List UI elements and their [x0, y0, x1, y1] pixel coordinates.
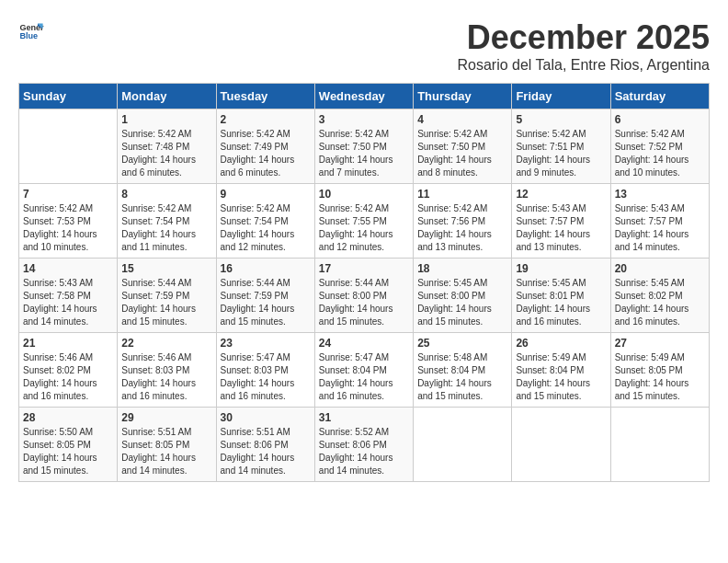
day-number: 25 — [417, 337, 507, 350]
calendar-cell: 13 Sunrise: 5:43 AM Sunset: 7:57 PM Dayl… — [610, 184, 709, 259]
sunrise: Sunrise: 5:42 AM — [221, 129, 290, 139]
daylight: Daylight: 14 hours and 16 minutes. — [121, 378, 196, 401]
day-number: 12 — [516, 188, 606, 201]
cell-info: Sunrise: 5:51 AM Sunset: 8:05 PM Dayligh… — [121, 426, 211, 477]
daylight: Daylight: 14 hours and 13 minutes. — [516, 229, 590, 252]
sunrise: Sunrise: 5:48 AM — [417, 352, 487, 362]
header-thursday: Thursday — [414, 84, 512, 109]
day-number: 5 — [516, 113, 606, 126]
daylight: Daylight: 14 hours and 13 minutes. — [417, 229, 492, 252]
cell-info: Sunrise: 5:51 AM Sunset: 8:06 PM Dayligh… — [221, 426, 311, 477]
calendar-cell: 29 Sunrise: 5:51 AM Sunset: 8:05 PM Dayl… — [118, 408, 216, 482]
sunrise: Sunrise: 5:47 AM — [221, 352, 290, 362]
sunrise: Sunrise: 5:45 AM — [516, 278, 586, 288]
calendar-cell: 22 Sunrise: 5:46 AM Sunset: 8:03 PM Dayl… — [118, 333, 216, 408]
sunset: Sunset: 8:05 PM — [615, 365, 683, 375]
sunset: Sunset: 7:51 PM — [516, 142, 584, 152]
calendar-cell: 2 Sunrise: 5:42 AM Sunset: 7:49 PM Dayli… — [216, 109, 314, 184]
daylight: Daylight: 14 hours and 15 minutes. — [417, 304, 492, 327]
calendar-cell — [19, 109, 118, 184]
sunset: Sunset: 8:00 PM — [319, 291, 387, 301]
sunset: Sunset: 7:58 PM — [23, 291, 91, 301]
cell-info: Sunrise: 5:43 AM Sunset: 7:58 PM Dayligh… — [23, 277, 113, 328]
sunrise: Sunrise: 5:42 AM — [319, 203, 389, 213]
calendar-cell: 30 Sunrise: 5:51 AM Sunset: 8:06 PM Dayl… — [216, 408, 314, 482]
header-tuesday: Tuesday — [216, 84, 314, 109]
cell-info: Sunrise: 5:44 AM Sunset: 8:00 PM Dayligh… — [319, 277, 409, 328]
calendar-cell: 10 Sunrise: 5:42 AM Sunset: 7:55 PM Dayl… — [314, 184, 413, 259]
calendar-week-0: 1 Sunrise: 5:42 AM Sunset: 7:48 PM Dayli… — [19, 109, 710, 184]
sunset: Sunset: 8:03 PM — [121, 365, 189, 375]
cell-info: Sunrise: 5:42 AM Sunset: 7:50 PM Dayligh… — [319, 128, 409, 179]
sunset: Sunset: 8:06 PM — [319, 440, 387, 450]
month-title: December 2025 — [457, 18, 710, 57]
daylight: Daylight: 14 hours and 6 minutes. — [221, 155, 295, 178]
logo: General Blue — [18, 18, 44, 44]
sunset: Sunset: 7:57 PM — [516, 216, 584, 226]
cell-info: Sunrise: 5:48 AM Sunset: 8:04 PM Dayligh… — [417, 351, 507, 403]
sunset: Sunset: 7:57 PM — [615, 216, 683, 226]
daylight: Daylight: 14 hours and 16 minutes. — [23, 378, 97, 401]
sunset: Sunset: 8:04 PM — [417, 365, 485, 375]
sunset: Sunset: 7:50 PM — [319, 142, 387, 152]
cell-info: Sunrise: 5:47 AM Sunset: 8:04 PM Dayligh… — [319, 351, 409, 403]
daylight: Daylight: 14 hours and 14 minutes. — [121, 453, 196, 476]
cell-info: Sunrise: 5:44 AM Sunset: 7:59 PM Dayligh… — [221, 277, 311, 328]
day-number: 4 — [417, 113, 507, 126]
day-number: 26 — [516, 337, 606, 350]
calendar-cell: 8 Sunrise: 5:42 AM Sunset: 7:54 PM Dayli… — [118, 184, 216, 259]
daylight: Daylight: 14 hours and 14 minutes. — [23, 304, 97, 327]
location-title: Rosario del Tala, Entre Rios, Argentina — [457, 57, 710, 74]
day-number: 13 — [615, 188, 705, 201]
sunset: Sunset: 8:04 PM — [516, 365, 584, 375]
cell-info: Sunrise: 5:45 AM Sunset: 8:00 PM Dayligh… — [417, 277, 507, 328]
sunrise: Sunrise: 5:43 AM — [23, 278, 93, 288]
sunrise: Sunrise: 5:44 AM — [121, 278, 191, 288]
sunset: Sunset: 8:04 PM — [319, 365, 387, 375]
sunrise: Sunrise: 5:45 AM — [615, 278, 685, 288]
day-number: 29 — [121, 411, 211, 424]
calendar-cell — [512, 408, 610, 482]
calendar-cell: 6 Sunrise: 5:42 AM Sunset: 7:52 PM Dayli… — [610, 109, 709, 184]
daylight: Daylight: 14 hours and 15 minutes. — [615, 378, 689, 401]
header-sunday: Sunday — [19, 84, 118, 109]
calendar-cell: 9 Sunrise: 5:42 AM Sunset: 7:54 PM Dayli… — [216, 184, 314, 259]
daylight: Daylight: 14 hours and 16 minutes. — [516, 304, 590, 327]
cell-info: Sunrise: 5:42 AM Sunset: 7:51 PM Dayligh… — [516, 128, 606, 179]
sunrise: Sunrise: 5:49 AM — [516, 352, 586, 362]
day-number: 21 — [23, 337, 113, 350]
cell-info: Sunrise: 5:49 AM Sunset: 8:05 PM Dayligh… — [615, 351, 705, 403]
calendar-week-3: 21 Sunrise: 5:46 AM Sunset: 8:02 PM Dayl… — [19, 333, 710, 408]
cell-info: Sunrise: 5:46 AM Sunset: 8:03 PM Dayligh… — [121, 351, 211, 403]
calendar-cell: 17 Sunrise: 5:44 AM Sunset: 8:00 PM Dayl… — [314, 259, 413, 333]
daylight: Daylight: 14 hours and 15 minutes. — [516, 378, 590, 401]
daylight: Daylight: 14 hours and 16 minutes. — [319, 378, 393, 401]
calendar-cell: 5 Sunrise: 5:42 AM Sunset: 7:51 PM Dayli… — [512, 109, 610, 184]
sunrise: Sunrise: 5:42 AM — [121, 203, 191, 213]
day-number: 19 — [516, 262, 606, 275]
sunrise: Sunrise: 5:42 AM — [615, 129, 685, 139]
calendar-cell — [414, 408, 512, 482]
day-number: 23 — [221, 337, 311, 350]
calendar-cell: 7 Sunrise: 5:42 AM Sunset: 7:53 PM Dayli… — [19, 184, 118, 259]
logo-icon: General Blue — [18, 18, 44, 44]
cell-info: Sunrise: 5:42 AM Sunset: 7:56 PM Dayligh… — [417, 202, 507, 254]
sunrise: Sunrise: 5:42 AM — [516, 129, 586, 139]
sunrise: Sunrise: 5:46 AM — [23, 352, 93, 362]
day-number: 27 — [615, 337, 705, 350]
calendar-cell: 18 Sunrise: 5:45 AM Sunset: 8:00 PM Dayl… — [414, 259, 512, 333]
calendar-week-4: 28 Sunrise: 5:50 AM Sunset: 8:05 PM Dayl… — [19, 408, 710, 482]
daylight: Daylight: 14 hours and 14 minutes. — [221, 453, 295, 476]
cell-info: Sunrise: 5:46 AM Sunset: 8:02 PM Dayligh… — [23, 351, 113, 403]
day-number: 31 — [319, 411, 409, 424]
daylight: Daylight: 14 hours and 12 minutes. — [221, 229, 295, 252]
daylight: Daylight: 14 hours and 8 minutes. — [417, 155, 492, 178]
sunrise: Sunrise: 5:51 AM — [121, 427, 191, 437]
cell-info: Sunrise: 5:47 AM Sunset: 8:03 PM Dayligh… — [221, 351, 311, 403]
sunset: Sunset: 7:50 PM — [417, 142, 485, 152]
sunrise: Sunrise: 5:42 AM — [221, 203, 290, 213]
daylight: Daylight: 14 hours and 14 minutes. — [319, 453, 393, 476]
cell-info: Sunrise: 5:42 AM Sunset: 7:54 PM Dayligh… — [221, 202, 311, 254]
cell-info: Sunrise: 5:42 AM Sunset: 7:55 PM Dayligh… — [319, 202, 409, 254]
cell-info: Sunrise: 5:43 AM Sunset: 7:57 PM Dayligh… — [615, 202, 705, 254]
